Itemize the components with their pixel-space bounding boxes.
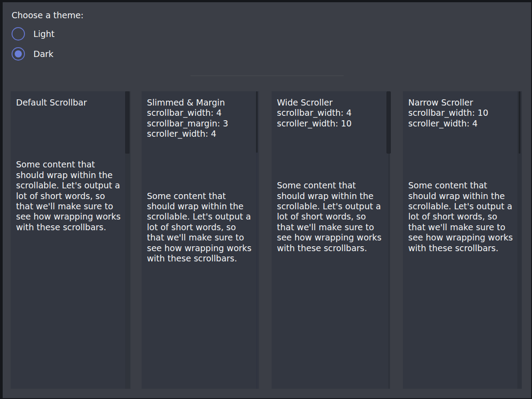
panel-header: Wide Scroller scrollbar_width: 4 scrolle… <box>277 98 385 129</box>
panel-body-text: Some content that should wrap within the… <box>147 191 253 264</box>
panel-param: scrollbar_width: 10 <box>408 108 516 118</box>
scrollbar-thumb[interactable] <box>519 91 520 154</box>
panel-param: scroller_width: 10 <box>277 118 385 129</box>
scrollbar-thumb[interactable] <box>256 91 258 153</box>
panel-body-text: Some content that should wrap within the… <box>16 159 122 232</box>
radio-dark-label: Dark <box>33 49 53 59</box>
section-divider <box>191 75 344 76</box>
panel-title: Narrow Scroller <box>408 98 516 108</box>
panel-header: Default Scrollbar <box>16 98 125 108</box>
scrollbar-thumb[interactable] <box>125 91 130 154</box>
panel-body-text: Some content that should wrap within the… <box>277 180 383 253</box>
scroll-panel-slimmed[interactable]: Slimmed & Margin scrollbar_width: 4 scro… <box>142 91 259 389</box>
panel-param: scroller_width: 4 <box>408 118 516 129</box>
scroll-panel-default[interactable]: Default Scrollbar Some content that shou… <box>11 91 130 389</box>
radio-selected-dot <box>15 50 22 57</box>
scrollbar-thumb[interactable] <box>386 91 391 154</box>
panel-title: Default Scrollbar <box>16 98 125 108</box>
panel-body-text: Some content that should wrap within the… <box>408 180 514 253</box>
panel-param: scrollbar_width: 4 <box>147 108 254 118</box>
theme-chooser-label: Choose a theme: <box>12 10 84 20</box>
panel-title: Wide Scroller <box>277 98 385 108</box>
page-content: Choose a theme: Light Dark Default Scrol… <box>0 0 532 399</box>
panel-param: scroller_width: 4 <box>147 129 254 139</box>
radio-light-icon[interactable] <box>12 27 25 41</box>
panel-param: scrollbar_margin: 3 <box>147 118 254 129</box>
radio-dark-icon[interactable] <box>12 47 25 61</box>
panel-title: Slimmed & Margin <box>147 98 254 108</box>
radio-light-label: Light <box>33 28 54 39</box>
scroll-panel-narrow[interactable]: Narrow Scroller scrollbar_width: 10 scro… <box>403 91 522 389</box>
scroll-panel-wide[interactable]: Wide Scroller scrollbar_width: 4 scrolle… <box>272 91 390 389</box>
panel-param: scrollbar_width: 4 <box>277 108 385 118</box>
panel-header: Narrow Scroller scrollbar_width: 10 scro… <box>408 98 516 129</box>
panel-header: Slimmed & Margin scrollbar_width: 4 scro… <box>147 98 254 139</box>
